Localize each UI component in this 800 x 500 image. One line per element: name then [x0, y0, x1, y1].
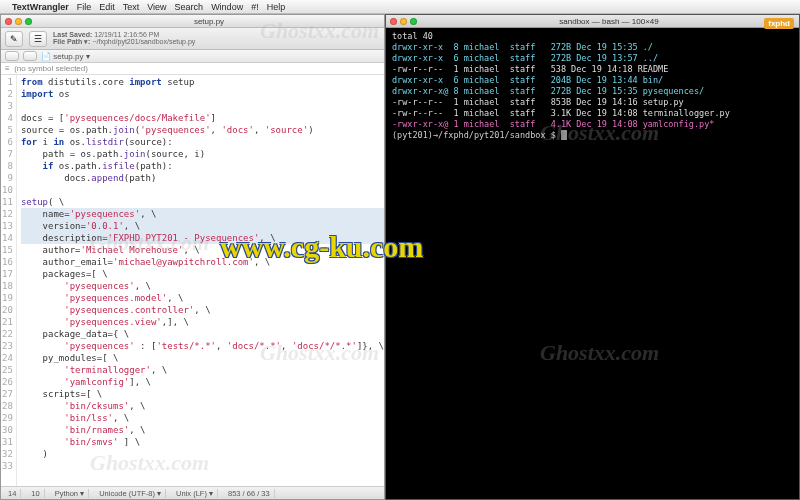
close-button[interactable]	[5, 18, 12, 25]
terminal-titlebar[interactable]: sandbox — bash — 100×49	[386, 15, 799, 28]
line-number-gutter: 1234567891011121314151617181920212223242…	[1, 75, 17, 486]
status-selection: 853 / 66 / 33	[224, 489, 275, 498]
code-line[interactable]: source = os.path.join('pysequences', 'do…	[21, 124, 384, 136]
menu-help[interactable]: Help	[267, 2, 286, 12]
menu-window[interactable]: Window	[211, 2, 243, 12]
file-path-value: ~/fxphd/pyt201/sandbox/setup.py	[92, 38, 195, 45]
menu-search[interactable]: Search	[175, 2, 204, 12]
terminal-line: -rw-r--r-- 1 michael staff 538 Dec 19 14…	[392, 64, 793, 75]
code-line[interactable]: 'terminallogger', \	[21, 364, 384, 376]
menu-shebang[interactable]: #!	[251, 2, 259, 12]
window-controls	[5, 18, 32, 25]
terminal-window: sandbox — bash — 100×49 total 40drwxr-xr…	[385, 14, 800, 500]
terminal-prompt[interactable]: (pyt201)→/fxphd/pyt201/sandbox $	[392, 130, 793, 141]
code-line[interactable]: description='FXPHD PYT201 - Pysequences'…	[21, 232, 384, 244]
terminal-line: total 40	[392, 31, 793, 42]
terminal-line: drwxr-xr-x@ 8 michael staff 272B Dec 19 …	[392, 86, 793, 97]
terminal-line: -rwxr-xr-x@ 1 michael staff 4.1K Dec 19 …	[392, 119, 793, 130]
status-col[interactable]: 10	[27, 489, 44, 498]
menu-text[interactable]: Text	[123, 2, 140, 12]
code-line[interactable]	[21, 460, 384, 472]
terminal-line: -rw-r--r-- 1 michael staff 3.1K Dec 19 1…	[392, 108, 793, 119]
code-line[interactable]: 'pysequences.view',], \	[21, 316, 384, 328]
code-line[interactable]: 'yamlconfig'], \	[21, 376, 384, 388]
document-tab[interactable]: 📄 setup.py ▾	[41, 52, 90, 61]
editor-title: setup.py	[38, 17, 380, 26]
pencil-icon: ✎	[10, 34, 18, 44]
code-line[interactable]: import os	[21, 88, 384, 100]
symbol-text: (no symbol selected)	[14, 64, 88, 73]
new-document-button[interactable]: ✎	[5, 31, 23, 47]
macos-menubar: TextWrangler File Edit Text View Search …	[0, 0, 800, 14]
minimize-button[interactable]	[400, 18, 407, 25]
minimize-button[interactable]	[15, 18, 22, 25]
status-line[interactable]: 14	[4, 489, 21, 498]
nav-back-button[interactable]	[5, 51, 19, 61]
status-language[interactable]: Python ▾	[51, 489, 89, 498]
code-line[interactable]: author='Michael Morehouse', \	[21, 244, 384, 256]
file-path-label: File Path ▾:	[53, 38, 90, 45]
code-line[interactable]	[21, 100, 384, 112]
code-line[interactable]: 'bin/lss', \	[21, 412, 384, 424]
file-info: Last Saved: 12/19/11 2:16:56 PM File Pat…	[53, 31, 195, 46]
editor-toolbar: ✎ ☰ Last Saved: 12/19/11 2:16:56 PM File…	[1, 28, 384, 50]
code-line[interactable]: 'bin/rnames', \	[21, 424, 384, 436]
code-line[interactable]: package_data={ \	[21, 328, 384, 340]
code-line[interactable]: name='pysequences', \	[21, 208, 384, 220]
code-line[interactable]: from distutils.core import setup	[21, 76, 384, 88]
code-editor[interactable]: 1234567891011121314151617181920212223242…	[1, 75, 384, 486]
status-line-endings[interactable]: Unix (LF) ▾	[172, 489, 218, 498]
code-line[interactable]: version='0.0.1', \	[21, 220, 384, 232]
code-line[interactable]: 'pysequences.controller', \	[21, 304, 384, 316]
symbol-popup[interactable]: ≡ (no symbol selected)	[1, 63, 384, 75]
terminal-title: sandbox — bash — 100×49	[423, 17, 795, 26]
documents-drawer-button[interactable]: ☰	[29, 31, 47, 47]
terminal-line: drwxr-xr-x 8 michael staff 272B Dec 19 1…	[392, 42, 793, 53]
code-line[interactable]: 'pysequences' : ['tests/*.*', 'docs/*.*'…	[21, 340, 384, 352]
terminal-line: drwxr-xr-x 6 michael staff 204B Dec 19 1…	[392, 75, 793, 86]
code-line[interactable]: packages=[ \	[21, 268, 384, 280]
code-line[interactable]: docs = ['pysequences/docs/Makefile']	[21, 112, 384, 124]
editor-statusbar: 14 10 Python ▾ Unicode (UTF-8) ▾ Unix (L…	[1, 486, 384, 499]
code-line[interactable]: 'bin/smvs' ] \	[21, 436, 384, 448]
zoom-button[interactable]	[410, 18, 417, 25]
nav-forward-button[interactable]	[23, 51, 37, 61]
code-line[interactable]: 'bin/cksums', \	[21, 400, 384, 412]
code-line[interactable]: 'pysequences', \	[21, 280, 384, 292]
list-icon: ☰	[34, 34, 42, 44]
close-button[interactable]	[390, 18, 397, 25]
terminal-output[interactable]: total 40drwxr-xr-x 8 michael staff 272B …	[386, 28, 799, 499]
menu-view[interactable]: View	[147, 2, 166, 12]
editor-titlebar[interactable]: setup.py	[1, 15, 384, 28]
code-line[interactable]	[21, 184, 384, 196]
status-encoding[interactable]: Unicode (UTF-8) ▾	[95, 489, 166, 498]
app-name[interactable]: TextWrangler	[12, 2, 69, 12]
navigation-bar: 📄 setup.py ▾	[1, 50, 384, 63]
code-content[interactable]: from distutils.core import setupimport o…	[17, 75, 384, 486]
code-line[interactable]: py_modules=[ \	[21, 352, 384, 364]
code-line[interactable]: if os.path.isfile(path):	[21, 160, 384, 172]
menu-file[interactable]: File	[77, 2, 92, 12]
zoom-button[interactable]	[25, 18, 32, 25]
editor-window: setup.py ✎ ☰ Last Saved: 12/19/11 2:16:5…	[0, 14, 385, 500]
code-line[interactable]: docs.append(path)	[21, 172, 384, 184]
code-line[interactable]: 'pysequences.model', \	[21, 292, 384, 304]
last-saved-value: 12/19/11 2:16:56 PM	[94, 31, 159, 38]
code-line[interactable]: for i in os.listdir(source):	[21, 136, 384, 148]
terminal-line: -rw-r--r-- 1 michael staff 853B Dec 19 1…	[392, 97, 793, 108]
menu-edit[interactable]: Edit	[99, 2, 115, 12]
terminal-line: drwxr-xr-x 6 michael staff 272B Dec 19 1…	[392, 53, 793, 64]
last-saved-label: Last Saved:	[53, 31, 92, 38]
code-line[interactable]: scripts=[ \	[21, 388, 384, 400]
code-line[interactable]: )	[21, 448, 384, 460]
window-controls	[390, 18, 417, 25]
cursor	[561, 130, 567, 140]
code-line[interactable]: author_email='michael@yawpitchroll.com',…	[21, 256, 384, 268]
code-line[interactable]: setup( \	[21, 196, 384, 208]
code-line[interactable]: path = os.path.join(source, i)	[21, 148, 384, 160]
